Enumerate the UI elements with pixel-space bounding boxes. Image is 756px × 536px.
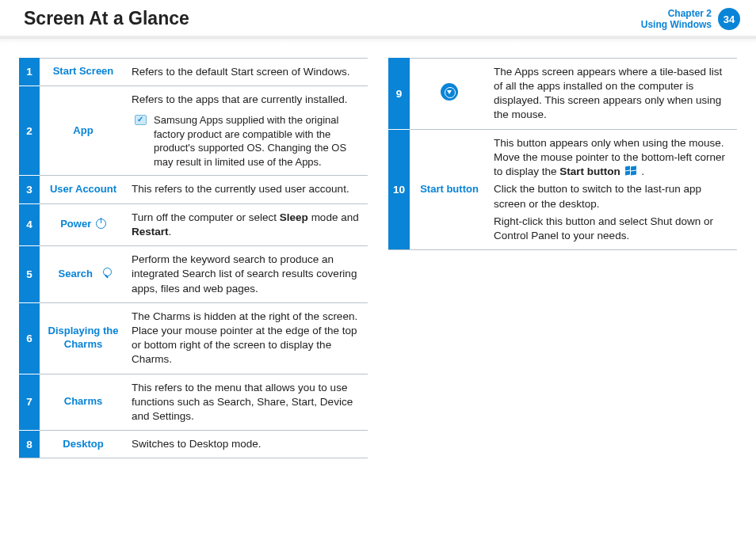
desc-line: Click the button to switch to the last-r… (494, 182, 732, 211)
ref-number: 3 (19, 176, 40, 203)
page-header: Screen At a Glance Chapter 2 Using Windo… (0, 0, 756, 39)
ref-label: Power (40, 203, 127, 245)
ref-label: Charms (40, 374, 127, 431)
page-title: Screen At a Glance (24, 8, 189, 29)
power-icon (96, 219, 106, 229)
ref-desc: Switches to Desktop mode. (127, 431, 368, 458)
ref-number: 6 (19, 302, 40, 374)
desc-line: This button appears only when using the … (494, 136, 732, 180)
label-text: Search (59, 268, 93, 279)
ref-desc: Refers to the apps that are currently in… (127, 86, 368, 176)
ref-desc: The Apps screen appears where a tile-bas… (489, 58, 737, 129)
search-icon (97, 268, 109, 279)
ref-label: User Account (40, 176, 127, 203)
table-row: 9 The Apps screen appears where a tile-b… (388, 58, 737, 129)
table-row: 10 Start button This button appears only… (388, 129, 737, 250)
ref-number: 2 (19, 86, 40, 176)
ref-desc: Turn off the computer or select Sleep mo… (127, 203, 368, 245)
note-text: Samsung Apps supplied with the original … (154, 113, 363, 169)
ref-number: 9 (388, 58, 410, 129)
windows-logo-icon (625, 166, 637, 177)
table-row: 5 Search Perform the keyword search to p… (19, 246, 368, 303)
chapter-block: Chapter 2 Using Windows 34 (641, 8, 740, 31)
label-text: Power (60, 218, 91, 230)
ref-number: 8 (19, 431, 40, 458)
note-block: Samsung Apps supplied with the original … (132, 113, 363, 169)
ref-desc: This refers to the menu that allows you … (127, 374, 368, 431)
ref-number: 1 (19, 58, 40, 86)
reference-table-left: 1 Start Screen Refers to the default Sta… (19, 58, 368, 459)
ref-number: 5 (19, 246, 40, 303)
ref-desc: The Charms is hidden at the right of the… (127, 302, 368, 374)
ref-desc: This refers to the currently used user a… (127, 176, 368, 203)
chapter-label: Chapter 2 Using Windows (641, 8, 712, 31)
page-number-badge: 34 (718, 8, 740, 30)
chapter-line1: Chapter 2 (641, 8, 712, 19)
right-column: 9 The Apps screen appears where a tile-b… (388, 58, 737, 459)
table-row: 3 User Account This refers to the curren… (19, 176, 368, 203)
ref-label (410, 58, 489, 129)
table-row: 7 Charms This refers to the menu that al… (19, 374, 368, 431)
ref-desc: Perform the keyword search to produce an… (127, 246, 368, 303)
ref-desc: Refers to the default Start screen of Wi… (127, 58, 368, 86)
reference-table-right: 9 The Apps screen appears where a tile-b… (388, 58, 737, 250)
down-arrow-circle-icon (441, 83, 458, 101)
ref-label: Displaying the Charms (40, 302, 127, 374)
memo-icon (135, 115, 147, 126)
table-row: 4 Power Turn off the computer or select … (19, 203, 368, 245)
table-row: 1 Start Screen Refers to the default Sta… (19, 58, 368, 86)
ref-number: 10 (388, 129, 410, 250)
table-row: 2 App Refers to the apps that are curren… (19, 86, 368, 176)
ref-label: Start Screen (40, 58, 127, 86)
ref-desc: This button appears only when using the … (489, 129, 737, 250)
ref-label: Search (40, 246, 127, 303)
ref-desc-text: Refers to the apps that are currently in… (132, 93, 363, 107)
ref-label: Desktop (40, 431, 127, 458)
chapter-line2: Using Windows (641, 19, 712, 30)
content-area: 1 Start Screen Refers to the default Sta… (0, 39, 756, 459)
table-row: 6 Displaying the Charms The Charms is hi… (19, 302, 368, 374)
ref-number: 4 (19, 203, 40, 245)
ref-label: App (40, 86, 127, 176)
left-column: 1 Start Screen Refers to the default Sta… (19, 58, 368, 459)
ref-number: 7 (19, 374, 40, 431)
table-row: 8 Desktop Switches to Desktop mode. (19, 431, 368, 458)
ref-label: Start button (410, 129, 489, 250)
desc-line: Right-click this button and select Shut … (494, 215, 732, 243)
